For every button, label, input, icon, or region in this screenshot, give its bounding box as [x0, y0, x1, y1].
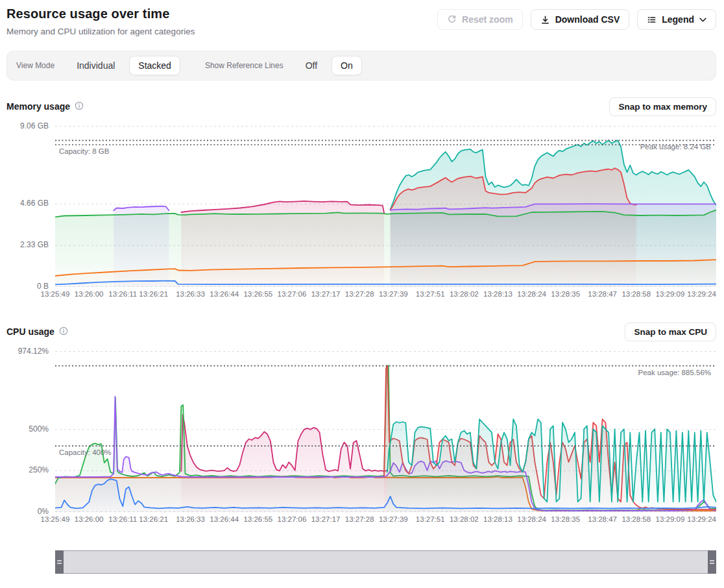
reference-line-label: Capacity: 8 GB — [59, 147, 110, 155]
refresh-icon — [447, 15, 457, 25]
x-axis-tick-label: 13:28:47 — [588, 290, 617, 298]
x-axis-tick-label: 13:28:35 — [551, 515, 580, 523]
cpu-info-icon[interactable] — [59, 326, 68, 337]
legend-label: Legend — [662, 14, 694, 25]
x-axis-tick-label: 13:27:39 — [379, 290, 408, 298]
x-axis-tick-label: 13:28:02 — [450, 290, 479, 298]
memory-x-axis: 13:25:4913:26:0013:26:1113:26:2113:26:33… — [55, 287, 716, 299]
snap-to-max-cpu-button[interactable]: Snap to max CPU — [625, 323, 716, 341]
cpu-x-axis: 13:25:4913:26:0013:26:1113:26:2113:26:33… — [55, 512, 716, 524]
brush-handle-left[interactable] — [55, 550, 64, 574]
x-axis-tick-label: 13:26:00 — [75, 290, 104, 298]
x-axis-tick-label: 13:26:33 — [176, 290, 205, 298]
y-axis-tick-label: 500% — [29, 424, 49, 434]
page-title: Resource usage over time — [6, 6, 195, 21]
x-axis-tick-label: 13:28:24 — [517, 515, 546, 523]
x-axis-tick-label: 13:25:49 — [41, 515, 70, 523]
x-axis-tick-label: 13:26:33 — [176, 515, 205, 523]
y-axis-tick-label: 9.06 GB — [20, 121, 49, 130]
cpu-plot-area[interactable]: Capacity: 400%Peak usage: 885.56% — [55, 351, 716, 512]
view-mode-individual-button[interactable]: Individual — [67, 56, 124, 75]
x-axis-tick-label: 13:28:47 — [588, 515, 617, 523]
x-axis-tick-label: 13:27:39 — [379, 515, 408, 523]
page-header: Resource usage over time Memory and CPU … — [6, 6, 716, 36]
x-axis-tick-label: 13:26:21 — [139, 515, 168, 523]
x-axis-tick-label: 13:28:13 — [483, 515, 513, 523]
memory-plot-area[interactable]: Capacity: 8 GBPeak usage: 8.24 GB — [55, 126, 716, 287]
x-axis-tick-label: 13:26:11 — [108, 515, 137, 523]
x-axis-tick-label: 13:29:09 — [656, 515, 685, 523]
x-axis-tick-label: 13:29:24 — [687, 515, 716, 523]
brush-handle-right[interactable] — [708, 550, 716, 574]
legend-list-icon — [647, 15, 657, 25]
x-axis-tick-label: 13:28:13 — [483, 290, 513, 298]
x-axis-tick-label: 13:27:06 — [278, 290, 307, 298]
memory-usage-title: Memory usage — [6, 101, 70, 112]
x-axis-tick-label: 13:26:11 — [108, 290, 137, 298]
download-icon — [540, 15, 550, 25]
download-csv-label: Download CSV — [555, 14, 620, 25]
cpu-usage-title: CPU usage — [6, 326, 54, 337]
y-axis-tick-label: 250% — [29, 465, 49, 474]
y-axis-tick-label: 974.12% — [18, 347, 49, 356]
x-axis-tick-label: 13:27:51 — [416, 290, 445, 298]
x-axis-tick-label: 13:26:55 — [243, 515, 272, 523]
y-axis-tick-label: 4.66 GB — [20, 199, 49, 208]
x-axis-tick-label: 13:27:17 — [311, 515, 341, 523]
x-axis-tick-label: 13:26:44 — [210, 290, 239, 298]
cpu-y-axis: 974.12%500%250%0% — [6, 351, 55, 512]
reference-line-label: Capacity: 400% — [59, 448, 112, 456]
snap-to-max-memory-button[interactable]: Snap to max memory — [609, 97, 716, 116]
y-axis-tick-label: 0% — [38, 507, 49, 516]
cpu-chart[interactable]: 974.12%500%250%0% Capacity: 400%Peak usa… — [6, 351, 716, 524]
x-axis-tick-label: 13:28:02 — [450, 515, 479, 523]
reference-lines-on-button[interactable]: On — [332, 56, 362, 75]
x-axis-tick-label: 13:28:58 — [621, 515, 651, 523]
y-axis-tick-label: 2.33 GB — [20, 240, 49, 249]
reference-lines-off-button[interactable]: Off — [296, 56, 326, 75]
show-reference-lines-label: Show Reference Lines — [205, 61, 284, 70]
time-range-brush[interactable] — [55, 550, 716, 574]
cpu-section-header: CPU usage Snap to max CPU — [6, 322, 716, 341]
page-subtitle: Memory and CPU utilization for agent cat… — [6, 27, 195, 36]
memory-chart[interactable]: 9.06 GB4.66 GB2.33 GB0 B Capacity: 8 GBP… — [6, 126, 716, 299]
x-axis-tick-label: 13:29:09 — [656, 290, 685, 298]
x-axis-tick-label: 13:27:51 — [416, 515, 445, 523]
x-axis-tick-label: 13:29:24 — [687, 290, 716, 298]
y-axis-tick-label: 0 B — [37, 282, 49, 291]
x-axis-tick-label: 13:28:24 — [517, 290, 546, 298]
cpu-plot-svg: Capacity: 400%Peak usage: 885.56% — [55, 351, 716, 512]
x-axis-tick-label: 13:25:49 — [41, 290, 70, 298]
reference-line-label: Peak usage: 885.56% — [638, 369, 711, 376]
x-axis-tick-label: 13:27:28 — [345, 515, 374, 523]
x-axis-tick-label: 13:28:58 — [621, 290, 651, 298]
x-axis-tick-label: 13:27:06 — [278, 515, 307, 523]
legend-button[interactable]: Legend — [637, 9, 716, 30]
x-axis-tick-label: 13:28:35 — [551, 290, 580, 298]
x-axis-tick-label: 13:26:55 — [243, 290, 272, 298]
reference-line-label: Peak usage: 8.24 GB — [640, 143, 712, 151]
x-axis-tick-label: 13:27:17 — [311, 290, 341, 298]
controls-bar: View Mode Individual Stacked Show Refere… — [6, 51, 716, 80]
view-mode-stacked-button[interactable]: Stacked — [129, 56, 180, 75]
memory-section-header: Memory usage Snap to max memory — [6, 97, 716, 116]
chevron-down-icon — [699, 18, 706, 22]
toolbar: Reset zoom Download CSV Legend — [437, 9, 716, 30]
view-mode-label: View Mode — [16, 61, 54, 70]
reset-zoom-label: Reset zoom — [462, 14, 513, 25]
reset-zoom-button[interactable]: Reset zoom — [437, 9, 523, 30]
memory-plot-svg: Capacity: 8 GBPeak usage: 8.24 GB — [55, 126, 716, 287]
memory-info-icon[interactable] — [75, 101, 84, 112]
x-axis-tick-label: 13:26:21 — [139, 290, 168, 298]
x-axis-tick-label: 13:26:00 — [75, 515, 104, 523]
download-csv-button[interactable]: Download CSV — [531, 9, 630, 30]
memory-y-axis: 9.06 GB4.66 GB2.33 GB0 B — [6, 126, 55, 287]
x-axis-tick-label: 13:27:28 — [345, 290, 374, 298]
x-axis-tick-label: 13:26:44 — [210, 515, 239, 523]
